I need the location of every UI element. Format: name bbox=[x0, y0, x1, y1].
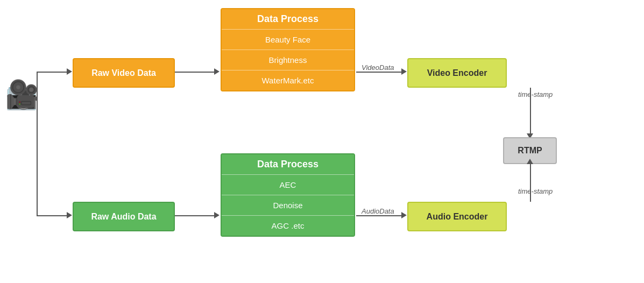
arrow-process-to-encoder bbox=[356, 72, 405, 73]
audio-process-box: Data Process AEC Denoise AGC .etc bbox=[221, 153, 355, 237]
arrow-camera-to-raw-video bbox=[37, 72, 69, 73]
camera-icon: 🎥 bbox=[5, 81, 39, 108]
arrowhead bbox=[214, 212, 220, 218]
audio-process-title: Data Process bbox=[222, 154, 354, 174]
arrow-video-encoder-to-rtmp bbox=[530, 88, 531, 136]
video-process-item-3: WaterMark.etc bbox=[222, 70, 354, 90]
audio-data-label: AudioData bbox=[362, 207, 394, 215]
audio-process-item-3: AGC .etc bbox=[222, 215, 354, 236]
video-process-item-2: Brightness bbox=[222, 49, 354, 70]
video-encoder-box: Video Encoder bbox=[407, 58, 507, 88]
raw-video-data-box: Raw Video Data bbox=[73, 58, 175, 88]
arrowhead bbox=[67, 68, 72, 75]
video-timestamp-label: time-stamp bbox=[518, 90, 553, 98]
audio-timestamp-label: time-stamp bbox=[518, 187, 553, 195]
arrowhead bbox=[214, 68, 220, 75]
arrow-process-to-audio-encoder bbox=[356, 215, 405, 216]
arrow-raw-audio-to-process bbox=[175, 215, 218, 216]
arrow-audio-encoder-to-rtmp bbox=[530, 164, 531, 202]
video-process-item-1: Beauty Face bbox=[222, 29, 354, 49]
arrowhead bbox=[527, 159, 533, 164]
arrowhead bbox=[401, 68, 407, 75]
left-vertical-connector bbox=[37, 72, 38, 215]
audio-encoder-box: Audio Encoder bbox=[407, 202, 507, 231]
audio-process-item-2: Denoise bbox=[222, 195, 354, 215]
arrow-camera-to-raw-audio bbox=[37, 215, 69, 216]
diagram: 📷 🎥 Raw Video Data Data Process Beauty F… bbox=[0, 0, 644, 283]
audio-process-item-1: AEC bbox=[222, 174, 354, 195]
arrow-raw-video-to-process bbox=[175, 72, 218, 73]
video-data-label: VideoData bbox=[362, 63, 394, 72]
video-process-title: Data Process bbox=[222, 9, 354, 29]
video-process-box: Data Process Beauty Face Brightness Wate… bbox=[221, 8, 355, 91]
arrowhead bbox=[67, 212, 72, 218]
raw-audio-data-box: Raw Audio Data bbox=[73, 202, 175, 231]
arrowhead bbox=[401, 212, 407, 218]
